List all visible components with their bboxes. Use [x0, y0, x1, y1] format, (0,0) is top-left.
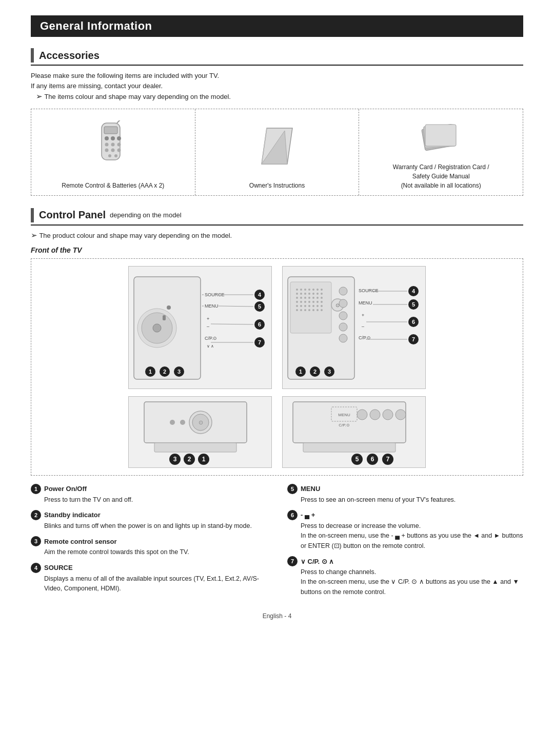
svg-text:3: 3	[328, 369, 331, 375]
svg-point-94	[312, 309, 314, 311]
legend-title-5: MENU	[301, 485, 320, 493]
tv-panels-top-row: SOURCE MENU + – C/P.⊙ ∨ ∧ 1 2	[38, 266, 516, 389]
svg-text:1: 1	[202, 456, 206, 463]
svg-point-89	[321, 305, 323, 307]
warranty-label: Warranty Card / Registration Card / Safe…	[393, 162, 489, 190]
svg-text:1: 1	[299, 369, 302, 375]
svg-point-144	[357, 410, 367, 420]
svg-rect-26	[163, 315, 166, 320]
legend-text-5: Press to see an on-screen menu of your T…	[301, 495, 523, 505]
svg-point-99	[339, 287, 347, 295]
svg-point-79	[308, 301, 310, 303]
svg-text:2: 2	[163, 369, 166, 375]
svg-point-55	[296, 289, 298, 291]
svg-point-92	[304, 309, 306, 311]
svg-point-11	[108, 154, 111, 157]
control-panel-header: Control Panel depending on the model	[31, 208, 523, 226]
legend-num-5: 5	[287, 484, 298, 494]
tv-panel-bottom-right: MENU C/P.⊙ 5 6 7	[282, 396, 426, 468]
accessory-warranty: Warranty Card / Registration Card / Safe…	[359, 109, 523, 195]
svg-point-75	[321, 297, 323, 299]
svg-point-96	[321, 309, 323, 311]
legend-title-3: Remote control sensor	[44, 538, 117, 545]
svg-point-62	[296, 293, 298, 295]
tv-panel-right-svg: ⊙ SOURCE MENU + – C/P.⊙ 1	[283, 267, 426, 390]
legend-item-6: 6 - ▄ + Press to decrease or increase th…	[287, 510, 523, 551]
svg-point-7	[117, 142, 121, 146]
svg-text:6: 6	[412, 319, 415, 325]
page-title: General Information	[31, 15, 523, 37]
svg-text:7: 7	[386, 456, 390, 463]
svg-point-133	[180, 420, 185, 425]
legend-title-1: Power On/Off	[44, 485, 87, 493]
legend-column-right: 5 MENU Press to see an on-screen menu of…	[287, 484, 523, 603]
legend-text-2: Blinks and turns off when the power is o…	[44, 521, 267, 531]
svg-point-61	[321, 289, 323, 291]
svg-point-69	[296, 297, 298, 299]
svg-point-60	[316, 289, 319, 291]
legend-num-2: 2	[31, 510, 41, 520]
svg-text:6: 6	[371, 456, 374, 463]
svg-point-9	[111, 148, 115, 152]
legend-item-2: 2 Standby indicator Blinks and turns off…	[31, 510, 267, 531]
svg-point-57	[304, 289, 306, 291]
section-bar	[31, 48, 34, 63]
manual-svg	[256, 123, 298, 169]
svg-point-71	[304, 297, 306, 299]
svg-point-83	[296, 305, 298, 307]
front-tv-title: Front of the TV	[31, 246, 523, 254]
svg-text:7: 7	[258, 339, 261, 345]
svg-point-85	[304, 305, 306, 307]
svg-point-67	[316, 293, 319, 295]
legend-num-6: 6	[287, 510, 298, 520]
svg-point-73	[312, 297, 314, 299]
cp-title: Control Panel	[39, 209, 106, 221]
svg-point-84	[300, 305, 302, 307]
svg-point-10	[117, 148, 121, 152]
svg-point-68	[321, 293, 323, 295]
cp-arrow-text: ➢ The product colour and shape may vary …	[31, 231, 523, 240]
svg-text:+: +	[362, 313, 364, 318]
svg-text:SOURCE: SOURCE	[359, 288, 379, 293]
svg-point-72	[308, 297, 310, 299]
svg-point-76	[296, 301, 298, 303]
svg-text:4: 4	[412, 288, 416, 294]
tv-panel-right-1: ⊙ SOURCE MENU + – C/P.⊙ 1	[282, 266, 426, 389]
legend-num-3: 3	[31, 536, 41, 546]
svg-text:5: 5	[355, 456, 359, 463]
remote-image	[36, 116, 190, 176]
svg-text:–: –	[362, 324, 364, 329]
svg-text:∨    ∧: ∨ ∧	[207, 344, 214, 349]
accessory-remote: Remote Control & Batteries (AAA x 2)	[31, 109, 195, 195]
accessories-desc: Please make sure the following items are…	[31, 71, 523, 103]
svg-text:2: 2	[188, 456, 191, 463]
svg-text:1: 1	[149, 369, 152, 375]
legend-item-4: 4 SOURCE Displays a menu of all of the a…	[31, 563, 267, 594]
svg-point-58	[308, 289, 310, 291]
svg-point-90	[296, 309, 298, 311]
svg-point-103	[339, 334, 347, 342]
svg-text:5: 5	[258, 303, 261, 310]
legend-grid: 1 Power On/Off Press to turn the TV on a…	[31, 484, 523, 603]
svg-point-65	[308, 293, 310, 295]
svg-point-4	[117, 136, 121, 140]
legend-text-1: Press to turn the TV on and off.	[44, 495, 267, 505]
svg-point-66	[312, 293, 314, 295]
svg-line-13	[117, 120, 122, 123]
svg-point-77	[300, 301, 302, 303]
legend-num-7: 7	[287, 556, 298, 566]
svg-point-147	[395, 410, 406, 420]
remote-label: Remote Control & Batteries (AAA x 2)	[62, 181, 164, 190]
legend-title-2: Standby indicator	[44, 511, 101, 519]
cp-section-bar	[31, 208, 34, 222]
legend-item-1: 1 Power On/Off Press to turn the TV on a…	[31, 484, 267, 505]
svg-text:3: 3	[173, 456, 177, 463]
cp-subtitle: depending on the model	[110, 211, 182, 219]
accessories-grid: Remote Control & Batteries (AAA x 2) Own…	[31, 109, 523, 196]
svg-point-80	[312, 301, 314, 303]
legend-title-4: SOURCE	[44, 564, 73, 571]
svg-point-87	[312, 305, 314, 307]
legend-num-1: 1	[31, 484, 41, 494]
svg-point-64	[304, 293, 306, 295]
svg-text:MENU: MENU	[338, 413, 350, 417]
